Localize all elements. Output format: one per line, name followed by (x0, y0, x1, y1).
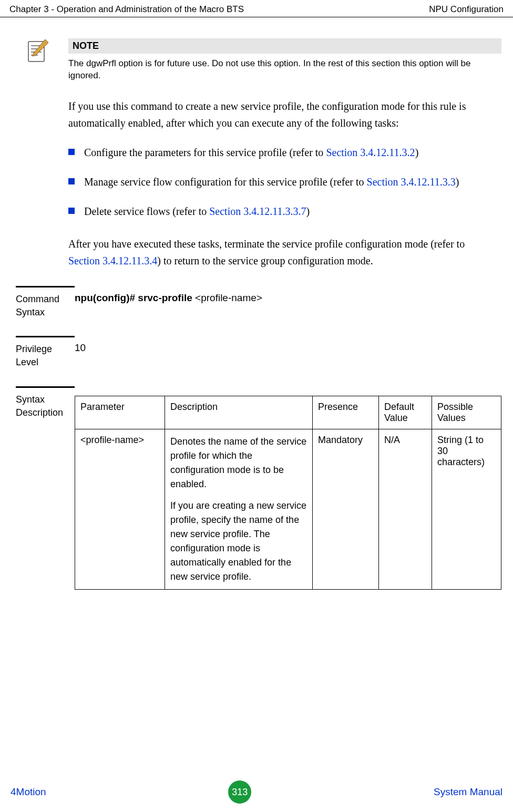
privilege-level-label: Privilege Level (16, 336, 75, 369)
note-block: NOTE The dgwPrfl option is for future us… (16, 38, 501, 82)
bullet-pre: Configure the parameters for this servic… (84, 147, 326, 158)
syntax-description-label: Syntax Description (16, 386, 75, 590)
after-post: ) to return to the service group configu… (157, 255, 373, 266)
bullet-post: ) (456, 176, 459, 188)
bullet-post: ) (415, 147, 419, 158)
cell-description-p1: Denotes the name of the service profile … (170, 435, 307, 491)
col-parameter: Parameter (75, 396, 165, 429)
command-syntax-bold: npu(config)# srvc-profile (75, 292, 195, 303)
page-number-badge: 313 (228, 780, 251, 804)
note-title: NOTE (68, 38, 501, 54)
command-syntax-label: Command Syntax (16, 286, 75, 319)
privilege-level-value: 10 (75, 336, 501, 369)
table-header-row: Parameter Description Presence Default V… (75, 396, 501, 429)
cell-description-p2: If you are creating a new service profil… (170, 499, 307, 584)
note-text: The dgwPrfl option is for future use. Do… (68, 58, 501, 82)
command-syntax-arg: <profile-name> (195, 292, 262, 303)
cell-possible: String (1 to 30 characters) (432, 429, 501, 589)
document-page: Chapter 3 - Operation and Administration… (0, 0, 513, 812)
page-header: Chapter 3 - Operation and Administration… (0, 0, 513, 17)
privilege-level-section: Privilege Level 10 (16, 336, 501, 369)
table-row: <profile-name> Denotes the name of the s… (75, 429, 501, 589)
cell-parameter: <profile-name> (75, 429, 165, 589)
command-syntax-value: npu(config)# srvc-profile <profile-name> (75, 286, 501, 319)
footer-right: System Manual (434, 786, 502, 798)
section-link[interactable]: Section 3.4.12.11.3.3 (367, 176, 456, 188)
body-text: If you use this command to create a new … (68, 98, 491, 269)
intro-paragraph: If you use this command to create a new … (68, 98, 491, 131)
header-left: Chapter 3 - Operation and Administration… (9, 4, 244, 15)
list-item: Delete service flows (refer to Section 3… (68, 203, 491, 220)
section-link[interactable]: Section 3.4.12.11.3.3.7 (209, 205, 306, 217)
bullet-text: Manage service flow configuration for th… (84, 173, 459, 190)
note-body: NOTE The dgwPrfl option is for future us… (68, 38, 501, 82)
bullet-text: Configure the parameters for this servic… (84, 144, 418, 161)
syntax-description-body: Parameter Description Presence Default V… (75, 386, 501, 590)
note-icon-wrap (16, 38, 68, 67)
col-default-value: Default Value (379, 396, 432, 429)
list-item: Configure the parameters for this servic… (68, 144, 491, 161)
col-description: Description (165, 396, 313, 429)
header-right: NPU Configuration (429, 4, 504, 15)
section-link[interactable]: Section 3.4.12.11.3.2 (326, 147, 415, 158)
page-footer: 4Motion 313 System Manual (0, 774, 513, 812)
section-link[interactable]: Section 3.4.12.11.3.4 (68, 255, 157, 266)
syntax-table: Parameter Description Presence Default V… (75, 396, 501, 590)
bullet-icon (68, 178, 75, 184)
note-icon (26, 38, 49, 65)
bullet-text: Delete service flows (refer to Section 3… (84, 203, 310, 220)
cell-description: Denotes the name of the service profile … (165, 429, 313, 589)
col-possible-values: Possible Values (432, 396, 501, 429)
command-syntax-section: Command Syntax npu(config)# srvc-profile… (16, 286, 501, 319)
bullet-pre: Manage service flow configuration for th… (84, 176, 367, 188)
col-presence: Presence (313, 396, 379, 429)
bullet-icon (68, 149, 75, 155)
cell-default: N/A (379, 429, 432, 589)
after-bullets-paragraph: After you have executed these tasks, ter… (68, 235, 491, 269)
syntax-description-section: Syntax Description Parameter Description… (16, 386, 501, 590)
bullet-list: Configure the parameters for this servic… (68, 144, 491, 220)
bullet-pre: Delete service flows (refer to (84, 205, 209, 217)
cell-presence: Mandatory (313, 429, 379, 589)
after-pre: After you have executed these tasks, ter… (68, 238, 465, 250)
footer-left: 4Motion (11, 786, 46, 798)
bullet-post: ) (306, 205, 310, 217)
page-content: NOTE The dgwPrfl option is for future us… (0, 17, 513, 590)
bullet-icon (68, 208, 75, 214)
list-item: Manage service flow configuration for th… (68, 173, 491, 190)
